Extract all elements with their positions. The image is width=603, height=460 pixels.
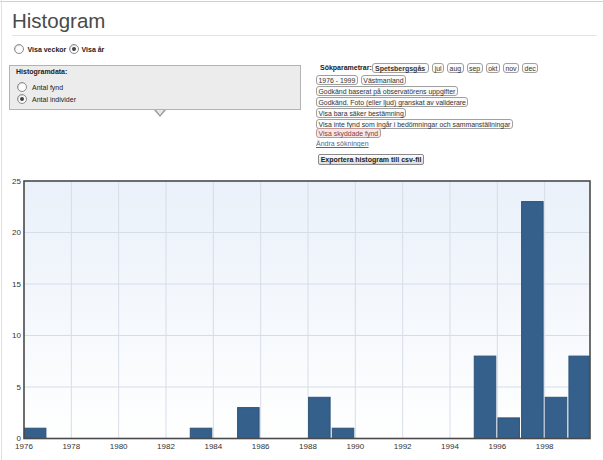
svg-text:10: 10 xyxy=(12,331,21,340)
svg-text:1978: 1978 xyxy=(62,442,80,451)
svg-text:1990: 1990 xyxy=(346,442,364,451)
svg-text:1982: 1982 xyxy=(157,442,175,451)
svg-text:1984: 1984 xyxy=(204,442,222,451)
svg-text:5: 5 xyxy=(17,383,22,392)
svg-text:1998: 1998 xyxy=(536,442,554,451)
svg-text:1996: 1996 xyxy=(488,442,506,451)
svg-text:1992: 1992 xyxy=(394,442,412,451)
svg-text:1976: 1976 xyxy=(15,442,33,451)
svg-text:1988: 1988 xyxy=(299,442,317,451)
svg-text:1994: 1994 xyxy=(441,442,459,451)
svg-text:1986: 1986 xyxy=(252,442,270,451)
svg-text:1980: 1980 xyxy=(110,442,128,451)
svg-text:15: 15 xyxy=(12,280,21,289)
svg-text:25: 25 xyxy=(12,177,21,186)
svg-text:20: 20 xyxy=(12,228,21,237)
